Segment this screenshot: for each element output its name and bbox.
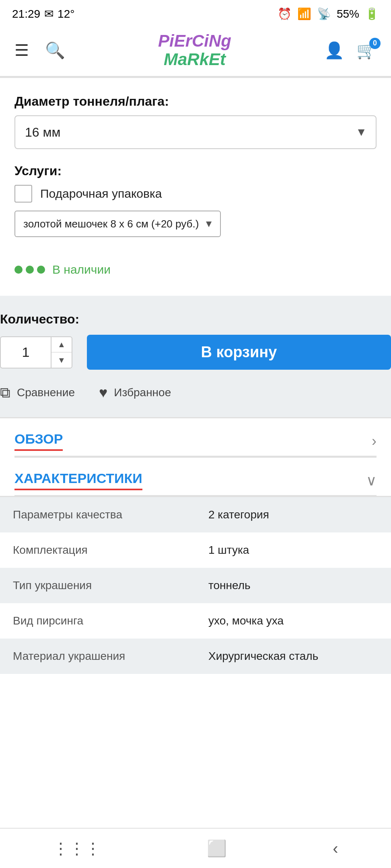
stock-dot-2 (26, 266, 34, 274)
tab-obzor-chevron: › (372, 433, 377, 450)
stock-dot-1 (14, 266, 23, 274)
battery: 55% (337, 8, 359, 20)
compare-icon: ⧉ (0, 384, 10, 401)
table-row: Параметры качества2 категория (0, 497, 391, 532)
char-value: Хирургическая сталь (196, 639, 391, 674)
services-label: Услуги: (14, 164, 377, 178)
qty-value: 1 (1, 337, 51, 368)
tab-obzor[interactable]: ОБЗОР (14, 431, 63, 451)
diameter-label: Диаметр тоннеля/плага: (14, 94, 377, 109)
temperature: 12° (58, 8, 74, 20)
gift-wrap-label: Подарочная упаковка (40, 187, 162, 201)
logo[interactable]: PiErCiNg MaRkEt (158, 32, 231, 69)
qty-cart-row: 1 ▲ ▼ В корзину (0, 335, 391, 370)
logo-piercing: PiErCiNg (158, 31, 231, 50)
qty-increase-button[interactable]: ▲ (51, 337, 72, 353)
in-stock-label: В наличии (52, 263, 111, 276)
diameter-select[interactable]: 16 мм (15, 116, 376, 148)
quantity-stepper[interactable]: 1 ▲ ▼ (0, 336, 72, 368)
nav-left: ☰ 🔍 (14, 41, 65, 60)
wifi-icon: 📶 (297, 7, 311, 20)
table-row: Вид пирсингаухо, мочка уха (0, 603, 391, 639)
compare-label: Сравнение (17, 386, 75, 399)
table-row: Тип украшениятоннель (0, 568, 391, 603)
bottom-home-button[interactable]: ⬜ (207, 839, 227, 858)
char-name: Параметры качества (0, 497, 196, 532)
diameter-select-wrap: 16 мм ▼ (14, 115, 377, 149)
cart-badge: 0 (369, 38, 381, 49)
bottom-menu-button[interactable]: ⋮⋮⋮ (53, 839, 101, 858)
bottom-back-button[interactable]: ‹ (333, 839, 338, 858)
qty-arrows: ▲ ▼ (51, 337, 72, 368)
services-section: Услуги: Подарочная упаковка золотой мешо… (14, 164, 377, 250)
gift-wrap-row: Подарочная упаковка (14, 185, 377, 203)
tabs-section: ОБЗОР › ХАРАКТЕРИСТИКИ ∨ (0, 418, 391, 496)
diameter-section: Диаметр тоннеля/плага: 16 мм ▼ (14, 94, 377, 149)
favorites-button[interactable]: ♥ Избранное (99, 384, 171, 401)
time: 21:29 (12, 8, 40, 20)
packaging-select-wrap: золотой мешочек 8 х 6 см (+20 руб.) ▼ (14, 211, 221, 237)
stock-dots (14, 266, 45, 274)
char-value: 1 штука (196, 532, 391, 568)
packaging-select[interactable]: золотой мешочек 8 х 6 см (+20 руб.) (15, 211, 220, 236)
tab-obzor-row[interactable]: ОБЗОР › (14, 418, 377, 457)
heart-icon: ♥ (99, 384, 107, 401)
char-name: Комплектация (0, 532, 196, 568)
char-name: Тип украшения (0, 568, 196, 603)
char-value: 2 категория (196, 497, 391, 532)
mail-icon: ✉ (44, 7, 54, 20)
status-bar: 21:29 ✉ 12° ⏰ 📶 📡 55% 🔋 (0, 0, 391, 25)
bottom-nav: ⋮⋮⋮ ⬜ ‹ (0, 828, 391, 868)
action-row: ⧉ Сравнение ♥ Избранное (0, 384, 391, 401)
gift-wrap-checkbox[interactable] (14, 185, 32, 203)
logo-market: MaRkEt (164, 50, 226, 69)
in-stock-row: В наличии (14, 263, 377, 276)
nav-bar: ☰ 🔍 PiErCiNg MaRkEt 👤 🛒 0 (0, 25, 391, 77)
menu-button[interactable]: ☰ (14, 41, 29, 59)
char-name: Вид пирсинга (0, 603, 196, 639)
main-content: Диаметр тоннеля/плага: 16 мм ▼ Услуги: П… (0, 78, 391, 276)
status-right: ⏰ 📶 📡 55% 🔋 (278, 7, 379, 20)
status-left: 21:29 ✉ 12° (12, 7, 74, 20)
tab-char[interactable]: ХАРАКТЕРИСТИКИ (14, 471, 142, 490)
alarm-icon: ⏰ (278, 7, 292, 20)
compare-button[interactable]: ⧉ Сравнение (0, 384, 75, 401)
stock-dot-3 (37, 266, 45, 274)
characteristics-table: Параметры качества2 категорияКомплектаци… (0, 497, 391, 674)
nav-right: 👤 🛒 0 (324, 41, 377, 60)
qty-label: Количество: (0, 312, 391, 327)
signal-icon: 📡 (317, 7, 331, 20)
search-button[interactable]: 🔍 (45, 41, 65, 60)
char-name: Материал украшения (0, 639, 196, 674)
char-value: тоннель (196, 568, 391, 603)
tab-char-row[interactable]: ХАРАКТЕРИСТИКИ ∨ (14, 458, 377, 496)
user-button[interactable]: 👤 (324, 41, 344, 60)
table-row: Комплектация1 штука (0, 532, 391, 568)
tab-char-chevron: ∨ (366, 472, 377, 489)
table-row: Материал украшенияХирургическая сталь (0, 639, 391, 674)
purchase-section: Количество: 1 ▲ ▼ В корзину ⧉ Сравнение … (0, 296, 391, 417)
qty-decrease-button[interactable]: ▼ (51, 352, 72, 368)
favorites-label: Избранное (114, 386, 171, 399)
add-to-cart-button[interactable]: В корзину (87, 335, 391, 370)
battery-icon: 🔋 (365, 7, 379, 20)
char-value: ухо, мочка уха (196, 603, 391, 639)
cart-button[interactable]: 🛒 0 (356, 41, 377, 60)
bottom-padding (0, 674, 391, 722)
